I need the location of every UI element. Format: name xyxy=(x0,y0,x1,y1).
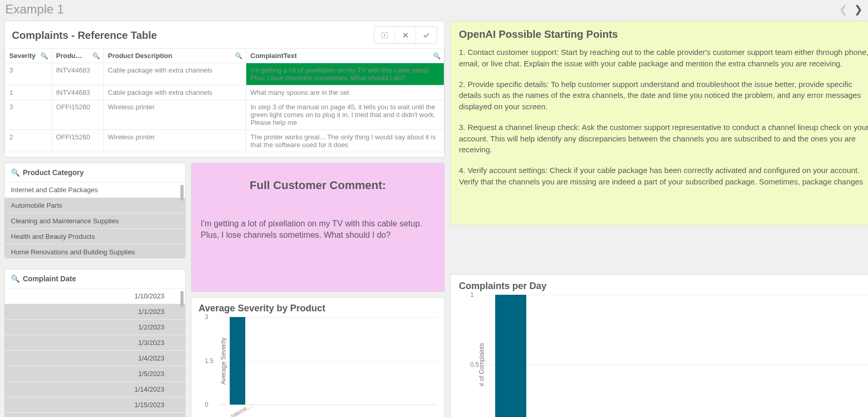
list-item[interactable]: Health and Beauty Products xyxy=(5,228,185,244)
scrollbar[interactable] xyxy=(179,184,185,256)
ai-paragraph: 2. Provide specific details: To help cus… xyxy=(459,79,868,112)
severity-by-product-chart[interactable]: Average Severity by Product Average Seve… xyxy=(191,297,445,417)
chart-bar[interactable] xyxy=(230,317,245,405)
cell-description[interactable]: Wireless printer xyxy=(104,100,246,130)
cell-severity[interactable]: 2 xyxy=(5,130,52,152)
search-icon[interactable]: 🔍 xyxy=(11,168,20,177)
product-category-filter: 🔍 Product Category Internet and Cable Pa… xyxy=(4,163,186,258)
col-label: Produ… xyxy=(56,52,82,60)
col-description[interactable]: Product Description🔍 xyxy=(104,49,246,63)
scrollbar-thumb[interactable] xyxy=(180,291,184,307)
col-label: ComplaintText xyxy=(250,52,297,60)
ref-table-title: Complaints - Reference Table xyxy=(12,30,157,41)
ref-data-table[interactable]: Severity🔍 Produ…🔍 Product Description🔍 C… xyxy=(5,48,444,152)
cell-product[interactable]: INTV44683 xyxy=(52,85,104,100)
cell-description[interactable]: Wireless printer xyxy=(104,130,246,152)
cell-severity[interactable]: 3 xyxy=(5,100,52,130)
col-complaint-text[interactable]: ComplaintText🔍 xyxy=(246,49,444,63)
col-label: Product Description xyxy=(108,52,172,60)
col-label: Severity xyxy=(9,52,36,60)
ai-body[interactable]: 1. Contact customer support: Start by re… xyxy=(459,47,868,218)
sev-chart-title: Average Severity by Product xyxy=(199,303,437,314)
table-row[interactable]: 2OFFI15260Wireless printerThe printer wo… xyxy=(5,130,444,152)
search-icon[interactable]: 🔍 xyxy=(11,275,20,283)
cell-description[interactable]: Cable package with extra channels xyxy=(104,63,246,85)
chart-plot-area: # of Complaints 1 0.5 0 1/10/2023 xyxy=(485,295,868,417)
selection-tool-button[interactable] xyxy=(374,27,395,44)
sheet-nav: ❮ ❯ xyxy=(839,3,863,16)
category-title: Product Category xyxy=(23,168,83,177)
day-chart-title: Complaints per Day xyxy=(459,281,868,292)
table-row[interactable]: 1INTV44683Cable package with extra chann… xyxy=(5,85,444,100)
table-header-row: Severity🔍 Produ…🔍 Product Description🔍 C… xyxy=(5,49,444,63)
scrollbar-thumb[interactable] xyxy=(180,185,184,200)
list-item[interactable]: 1/14/2023 xyxy=(5,381,185,397)
cell-description[interactable]: Cable package with extra channels xyxy=(104,85,246,100)
search-icon[interactable]: 🔍 xyxy=(433,52,441,60)
selection-icon xyxy=(381,31,389,39)
cancel-selection-button[interactable] xyxy=(395,27,416,44)
ai-paragraph: 1. Contact customer support: Start by re… xyxy=(459,47,868,69)
chart-bar[interactable] xyxy=(495,295,526,417)
list-item[interactable]: 1/5/2023 xyxy=(5,366,185,381)
cell-product[interactable]: INTV44683 xyxy=(52,63,104,85)
search-icon[interactable]: 🔍 xyxy=(92,52,100,60)
page-title: Example 1 xyxy=(5,2,64,17)
next-sheet-button[interactable]: ❯ xyxy=(854,3,863,16)
complaint-date-filter: 🔍 Complaint Date 1/10/20231/1/20231/2/20… xyxy=(4,269,186,417)
ai-paragraph: 4. Verify account settings: Check if you… xyxy=(459,165,868,188)
cell-complaint-text[interactable]: What many spoons are in the set xyxy=(246,85,444,100)
list-item[interactable]: 1/3/2023 xyxy=(5,335,185,350)
cell-product[interactable]: OFFI15260 xyxy=(52,130,104,152)
comment-title: Full Customer Comment: xyxy=(201,179,435,192)
list-item[interactable]: 1/1/2023 xyxy=(5,304,185,319)
cell-complaint-text[interactable]: The printer works great... The only thin… xyxy=(246,130,444,152)
y-tick: 0.5 xyxy=(470,361,479,368)
list-item[interactable]: 1/15/2023 xyxy=(5,397,185,412)
selection-toolbar xyxy=(374,26,437,44)
date-title: Complaint Date xyxy=(23,275,76,283)
list-item[interactable]: Home Renovations and Building Supplies xyxy=(5,244,185,258)
list-item[interactable]: 1/16/2023 xyxy=(5,412,185,417)
col-severity[interactable]: Severity🔍 xyxy=(5,49,52,63)
ai-title: OpenAI Possible Starting Points xyxy=(459,28,868,40)
list-item[interactable]: 1/10/2023 xyxy=(5,288,185,304)
scrollbar[interactable] xyxy=(179,290,185,414)
ai-paragraph: 3. Request a channel lineup check: Ask t… xyxy=(459,122,868,155)
svg-point-1 xyxy=(384,35,385,36)
search-icon[interactable]: 🔍 xyxy=(235,52,243,60)
full-comment-panel: Full Customer Comment: I'm getting a lot… xyxy=(191,163,445,292)
cell-complaint-text[interactable]: I'm getting a lot of pixellation on my T… xyxy=(246,63,444,85)
table-row[interactable]: 3OFFI15260Wireless printerIn step 3 of t… xyxy=(5,100,444,130)
list-item[interactable]: Automobile Parts xyxy=(5,197,185,213)
list-item[interactable]: 1/4/2023 xyxy=(5,350,185,366)
chart-plot-area: Average Severity 3 1.5 0 Interne… xyxy=(219,317,437,405)
cell-severity[interactable]: 1 xyxy=(5,85,52,100)
close-icon xyxy=(401,31,410,39)
ai-starting-points-panel: OpenAI Possible Starting Points 1. Conta… xyxy=(450,21,868,225)
list-item[interactable]: Internet and Cable Packages xyxy=(5,182,185,197)
y-tick: 0 xyxy=(205,401,208,408)
table-row[interactable]: 3INTV44683Cable package with extra chann… xyxy=(5,63,444,85)
cell-complaint-text[interactable]: In step 3 of the manual on page 45, it t… xyxy=(246,100,444,130)
cell-product[interactable]: OFFI15260 xyxy=(52,100,104,130)
y-tick: 1 xyxy=(470,291,474,298)
y-tick: 3 xyxy=(205,313,208,321)
complaints-reference-table: Complaints - Reference Table Severity🔍 P… xyxy=(4,21,445,157)
col-product[interactable]: Produ…🔍 xyxy=(52,49,104,63)
search-icon[interactable]: 🔍 xyxy=(40,52,48,60)
list-item[interactable]: 1/2/2023 xyxy=(5,319,185,335)
y-tick: 1.5 xyxy=(205,357,214,365)
prev-sheet-button: ❮ xyxy=(839,3,848,16)
cell-severity[interactable]: 3 xyxy=(5,63,52,85)
list-item[interactable]: Cleaning and Maintenance Supplies xyxy=(5,213,185,228)
check-icon xyxy=(422,31,430,39)
complaints-per-day-chart[interactable]: Complaints per Day # of Complaints 1 0.5… xyxy=(450,274,868,417)
comment-body: I'm getting a lot of pixellation on my T… xyxy=(201,218,435,241)
confirm-selection-button[interactable] xyxy=(416,27,437,44)
